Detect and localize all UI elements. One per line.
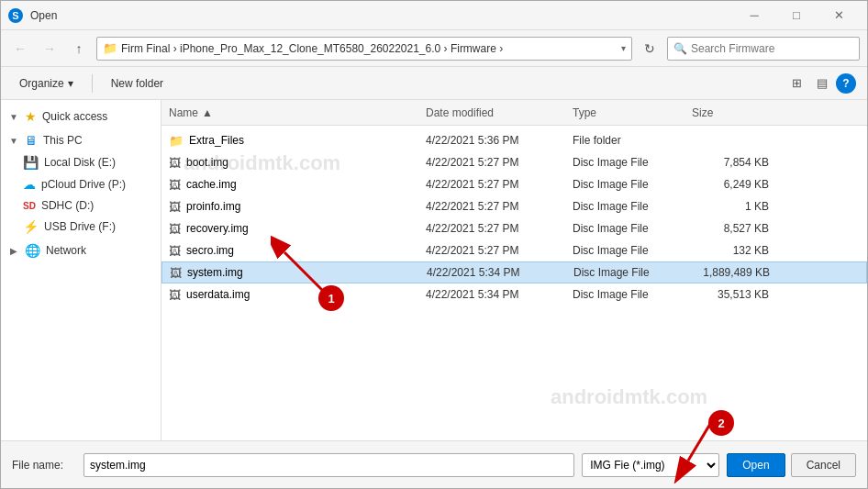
organize-button[interactable]: Organize ▾ (12, 73, 81, 94)
file-row[interactable]: 🖼 secro.img 4/22/2021 5:27 PM Disc Image… (161, 239, 867, 261)
sidebar-section-quick: ▼ ★ Quick access (1, 106, 161, 128)
file-cell-type: Disc Image File (573, 266, 693, 279)
sidebar-item-local-disk[interactable]: 💾 Local Disk (E:) (1, 151, 161, 173)
main-content: ▼ ★ Quick access ▼ 🖥 This PC 💾 Local Dis… (1, 100, 867, 440)
file-row[interactable]: 📁 Extra_Files 4/22/2021 5:36 PM File fol… (161, 129, 867, 151)
file-cell-size: 35,513 KB (692, 288, 784, 301)
refresh-button[interactable]: ↻ (638, 37, 662, 61)
sidebar-item-label: Quick access (42, 110, 107, 123)
title-bar: S Open ─ □ ✕ (1, 1, 867, 30)
column-type[interactable]: Type (573, 106, 692, 119)
file-name: userdata.img (186, 288, 250, 301)
up-button[interactable]: ↑ (67, 37, 91, 61)
file-icon: 🖼 (170, 266, 182, 280)
col-date-label: Date modified (426, 106, 494, 119)
open-button[interactable]: Open (727, 453, 785, 477)
sidebar-item-usb[interactable]: ⚡ USB Drive (F:) (1, 216, 161, 238)
expand-arrow: ▼ (8, 112, 19, 122)
sd-icon: SD (23, 201, 36, 211)
file-cell-date: 4/22/2021 5:27 PM (426, 178, 573, 191)
file-name: system.img (187, 266, 243, 279)
breadcrumb[interactable]: 📁 Firm Final › iPhone_Pro_Max_12_Clone_M… (96, 37, 632, 61)
cloud-icon: ☁ (23, 177, 36, 192)
file-icon: 🖼 (169, 288, 181, 302)
column-size[interactable]: Size (692, 106, 784, 119)
sidebar-item-label: USB Drive (F:) (44, 220, 116, 233)
sort-arrow: ▲ (202, 106, 213, 119)
sidebar-item-this-pc[interactable]: ▼ 🖥 This PC (1, 129, 161, 151)
forward-button[interactable]: → (38, 37, 61, 61)
file-row[interactable]: 🖼 boot.img 4/22/2021 5:27 PM Disc Image … (161, 151, 867, 173)
file-cell-name: 🖼 cache.img (169, 178, 426, 192)
filetype-select[interactable]: IMG Fie (*.img) (582, 453, 719, 477)
minimize-button[interactable]: ─ (733, 1, 775, 30)
file-icon: 🖼 (169, 178, 181, 192)
column-name[interactable]: Name ▲ (169, 106, 426, 119)
app-icon: S (8, 8, 23, 23)
maximize-button[interactable]: □ (775, 1, 818, 30)
pc-icon: 🖥 (25, 133, 38, 148)
column-date[interactable]: Date modified (426, 106, 573, 119)
close-button[interactable]: ✕ (818, 1, 860, 30)
file-name: recovery.img (186, 222, 249, 235)
file-cell-type: File folder (573, 134, 692, 147)
file-row[interactable]: 🖼 system.img 4/22/2021 5:34 PM Disc Imag… (161, 261, 867, 283)
file-cell-type: Disc Image File (573, 222, 692, 235)
col-size-label: Size (692, 106, 713, 119)
file-row[interactable]: 🖼 userdata.img 4/22/2021 5:34 PM Disc Im… (161, 283, 867, 306)
file-cell-name: 🖼 recovery.img (169, 222, 426, 236)
file-cell-date: 4/22/2021 5:27 PM (426, 200, 573, 213)
address-bar: ← → ↑ 📁 Firm Final › iPhone_Pro_Max_12_C… (1, 30, 867, 67)
sidebar-item-network[interactable]: ▶ 🌐 Network (1, 239, 161, 261)
sidebar: ▼ ★ Quick access ▼ 🖥 This PC 💾 Local Dis… (1, 100, 161, 440)
file-icon: 🖼 (169, 156, 181, 170)
file-cell-name: 🖼 proinfo.img (169, 200, 426, 214)
breadcrumb-dropdown-icon: ▾ (621, 43, 626, 53)
file-cell-date: 4/22/2021 5:27 PM (426, 244, 573, 257)
sidebar-item-quick-access[interactable]: ▼ ★ Quick access (1, 106, 161, 128)
search-input[interactable] (691, 42, 853, 55)
file-row[interactable]: 🖼 recovery.img 4/22/2021 5:27 PM Disc Im… (161, 217, 867, 239)
pane-toggle-button[interactable]: ▤ (810, 72, 834, 95)
file-list: 📁 Extra_Files 4/22/2021 5:36 PM File fol… (161, 126, 867, 440)
file-cell-type: Disc Image File (573, 178, 692, 191)
file-cell-type: Disc Image File (573, 200, 692, 213)
sidebar-item-label: This PC (43, 134, 83, 147)
file-name: proinfo.img (186, 200, 240, 213)
folder-icon: 📁 (169, 134, 184, 148)
file-name: boot.img (186, 156, 228, 169)
file-cell-name: 🖼 system.img (170, 266, 427, 280)
file-cell-name: 📁 Extra_Files (169, 134, 426, 148)
disk-icon: 💾 (23, 155, 39, 170)
help-label: ? (842, 77, 849, 90)
file-list-header: Name ▲ Date modified Type Size (161, 100, 867, 126)
file-cell-date: 4/22/2021 5:27 PM (426, 222, 573, 235)
sidebar-item-label: SDHC (D:) (41, 199, 94, 212)
network-icon: 🌐 (25, 243, 40, 258)
folder-icon: 📁 (103, 41, 117, 55)
file-list-area: Name ▲ Date modified Type Size 📁 (161, 100, 867, 440)
file-cell-type: Disc Image File (573, 288, 692, 301)
cancel-button[interactable]: Cancel (791, 453, 856, 477)
file-cell-date: 4/22/2021 5:34 PM (427, 266, 573, 279)
sidebar-item-pcloud[interactable]: ☁ pCloud Drive (P:) (1, 173, 161, 195)
file-row[interactable]: 🖼 proinfo.img 4/22/2021 5:27 PM Disc Ima… (161, 195, 867, 217)
help-button[interactable]: ? (836, 73, 856, 94)
new-folder-button[interactable]: New folder (104, 73, 171, 94)
toolbar-separator (92, 74, 93, 93)
new-folder-label: New folder (111, 77, 163, 90)
file-icon: 🖼 (169, 244, 181, 258)
pane-icon: ▤ (817, 76, 828, 90)
file-row[interactable]: 🖼 cache.img 4/22/2021 5:27 PM Disc Image… (161, 173, 867, 195)
file-cell-size: 7,854 KB (692, 156, 784, 169)
filename-input[interactable] (83, 453, 574, 477)
sidebar-item-sdhc[interactable]: SD SDHC (D:) (1, 195, 161, 216)
bottom-bar: File name: IMG Fie (*.img) Open Cancel (1, 440, 867, 488)
back-button[interactable]: ← (8, 37, 32, 61)
col-name-label: Name (169, 106, 198, 119)
file-icon: 🖼 (169, 222, 181, 236)
file-cell-type: Disc Image File (573, 244, 692, 257)
view-change-button[interactable]: ⊞ (785, 72, 808, 95)
breadcrumb-text: Firm Final › iPhone_Pro_Max_12_Clone_MT6… (121, 42, 618, 55)
col-type-label: Type (573, 106, 596, 119)
